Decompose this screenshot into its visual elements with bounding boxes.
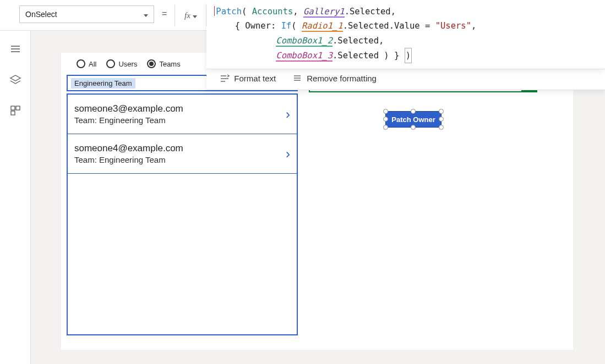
left-column: All Users Teams Engineering Team s xyxy=(61,53,303,350)
selection-handle[interactable] xyxy=(411,125,416,130)
components-icon[interactable] xyxy=(9,104,21,117)
fx-button[interactable]: fx xyxy=(175,4,206,26)
chevron-right-icon[interactable]: › xyxy=(286,107,290,122)
selection-handle[interactable] xyxy=(439,117,444,122)
gallery-item-team: Team: Engineering Team xyxy=(74,155,183,164)
fn-patch: Patch xyxy=(216,7,242,16)
gallery-item-email: someone4@example.com xyxy=(74,143,183,154)
patch-owner-button[interactable]: Patch Owner xyxy=(385,111,442,128)
radio-users-left[interactable]: Users xyxy=(106,59,137,68)
remove-formatting-label: Remove formatting xyxy=(307,74,377,83)
ctl-combo1-2: ComboBox1_2 xyxy=(276,36,333,47)
format-text-label: Format text xyxy=(234,74,276,83)
selection-handle[interactable] xyxy=(439,109,444,114)
ctl-combo1-3: ComboBox1_3 xyxy=(276,51,333,62)
radio-users-label: Users xyxy=(118,60,137,68)
svg-marker-9 xyxy=(10,75,20,81)
radio-all[interactable]: All xyxy=(77,59,96,68)
ctl-gallery1: Gallery1 xyxy=(303,7,345,18)
gallery-item[interactable]: someone4@example.com Team: Engineering T… xyxy=(68,134,297,174)
format-text-button[interactable]: Format text xyxy=(220,74,276,84)
radio-icon xyxy=(77,59,85,68)
property-dropdown[interactable]: OnSelect xyxy=(19,5,154,23)
ctl-radio1-1: Radio1_1 xyxy=(302,21,343,32)
property-dropdown-value: OnSelect xyxy=(25,10,57,19)
formula-bar[interactable]: Patch( Accounts, Gallery1.Selected, { Ow… xyxy=(206,0,605,69)
remove-formatting-button[interactable]: Remove formatting xyxy=(292,74,377,84)
patch-owner-label: Patch Owner xyxy=(391,115,435,124)
svg-rect-12 xyxy=(11,111,15,115)
id-accounts: Accounts xyxy=(252,7,293,16)
gallery-item-email: someone3@example.com xyxy=(74,103,183,114)
selection-handle[interactable] xyxy=(383,117,388,122)
menu-icon[interactable] xyxy=(9,43,21,55)
fx-label: fx xyxy=(184,11,190,20)
right-column: Users Teams Sidney Higa Patch Owner xyxy=(303,53,573,350)
gallery-item[interactable]: someone3@example.com Team: Engineering T… xyxy=(68,95,297,134)
app-canvas[interactable]: All Users Teams Engineering Team s xyxy=(61,53,573,350)
equals-label: = xyxy=(162,9,167,19)
gallery[interactable]: someone3@example.com Team: Engineering T… xyxy=(67,93,298,335)
chevron-down-icon xyxy=(193,11,197,20)
radio-icon xyxy=(106,59,115,68)
selection-handle[interactable] xyxy=(383,109,388,114)
selection-handle[interactable] xyxy=(439,125,444,130)
remove-formatting-icon xyxy=(292,74,302,84)
fn-if: If xyxy=(281,21,292,31)
str-users: "Users" xyxy=(435,21,471,31)
svg-rect-10 xyxy=(11,106,15,110)
chevron-right-icon[interactable]: › xyxy=(286,146,290,162)
radio-all-label: All xyxy=(89,60,96,68)
left-rail xyxy=(0,31,31,364)
top-bar: OnSelect = fx Patch( Accounts, Gallery1.… xyxy=(0,0,605,31)
selection-handle[interactable] xyxy=(383,125,388,130)
radio-teams-label: Teams xyxy=(159,60,180,68)
chevron-down-icon xyxy=(144,10,148,19)
layers-icon[interactable] xyxy=(9,74,21,86)
combobox-engineering-value: Engineering Team xyxy=(71,78,135,89)
gallery-item-team: Team: Engineering Team xyxy=(74,115,183,125)
svg-rect-11 xyxy=(16,106,20,110)
radio-icon xyxy=(147,59,156,68)
selection-handle[interactable] xyxy=(411,109,416,114)
radio-teams-left[interactable]: Teams xyxy=(147,59,180,68)
format-text-icon xyxy=(220,74,230,84)
formula-toolbar: Format text Remove formatting xyxy=(206,67,605,90)
